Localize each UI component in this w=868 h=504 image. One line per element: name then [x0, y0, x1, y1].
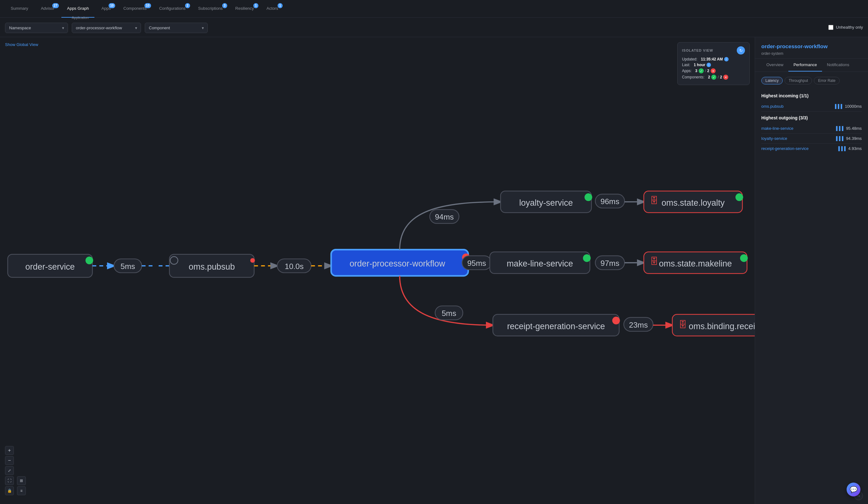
advisor-badge: 27 — [52, 3, 59, 8]
tab-advisor[interactable]: Advisor 27 — [35, 0, 60, 18]
outgoing-link-1[interactable]: loyalty-service — [761, 136, 787, 141]
oms-pubsub-label: oms.pubsub — [189, 262, 235, 272]
unhealthy-checkbox[interactable] — [828, 25, 833, 30]
order-service-label: order-service — [25, 262, 75, 272]
outgoing-row-1: loyalty-service ▌▌▌ 94.39ms — [761, 133, 862, 144]
incoming-title: Highest incoming (1/1) — [761, 93, 862, 98]
tab-resiliency[interactable]: Resiliency 1 — [230, 0, 260, 18]
edge-to-loyalty — [400, 202, 501, 250]
panel-tabs: Overview Performance Notifications — [755, 59, 868, 72]
tab-components[interactable]: Components 10 — [118, 0, 152, 18]
apps-err-icon: ✕ — [711, 68, 716, 73]
namespace-select[interactable]: Namespace — [5, 23, 68, 33]
state-makeline-dot — [740, 254, 748, 262]
tab-notifications[interactable]: Notifications — [822, 59, 855, 71]
receipt-label: receipt-generation-service — [507, 322, 605, 331]
last-row: Last: 1 hour i — [682, 63, 745, 67]
make-line-label: make-line-service — [507, 259, 573, 269]
updated-info-icon[interactable]: i — [724, 57, 728, 61]
makeline-icon: 🗄 — [650, 257, 658, 266]
lat1-text: 5ms — [121, 262, 135, 271]
graph-area[interactable]: Show Global View ISOLATED VIEW ↻ Updated… — [0, 37, 755, 504]
bar-icon-1: ▌▌▌ — [836, 126, 845, 131]
tab-performance[interactable]: Performance — [788, 59, 822, 71]
makeline-dot — [583, 254, 590, 262]
oms-state-makeline-label: oms.state.makeline — [659, 259, 732, 269]
bar-icon-3: ▌▌▌ — [838, 146, 847, 151]
resiliency-badge: 1 — [254, 3, 258, 8]
incoming-link-0[interactable]: oms.pubsub — [761, 104, 784, 109]
namespace-filter-group: Namespace ▼ — [5, 21, 68, 33]
isolated-view-title: ISOLATED VIEW — [682, 49, 713, 52]
last-info-icon[interactable]: i — [706, 63, 711, 67]
tab-overview[interactable]: Overview — [761, 59, 788, 71]
unhealthy-only-toggle[interactable]: Unhealthy only — [828, 25, 863, 30]
lat4-text: 96ms — [600, 197, 619, 206]
pill-latency[interactable]: Latency — [761, 77, 783, 84]
tab-configurations[interactable]: Configurations 2 — [154, 0, 192, 18]
outgoing-value-2: ▌▌▌ 4.93ms — [838, 146, 862, 151]
state-loyalty-dot — [735, 193, 743, 201]
app-title-link[interactable]: order-processor-workflow — [761, 43, 862, 50]
apps-ok-icon: ✓ — [699, 68, 704, 73]
tab-apps[interactable]: Apps 10 — [96, 0, 116, 18]
tab-summary[interactable]: Summary — [5, 0, 34, 18]
pill-error-rate[interactable]: Error Rate — [814, 77, 839, 84]
component-select-wrapper: Component ▼ — [145, 23, 208, 33]
layers-button[interactable]: ≡ — [17, 486, 26, 495]
apps-badge: 10 — [108, 3, 115, 8]
oms-state-loyalty-label: oms.state.loyalty — [662, 198, 725, 208]
zoom-out-button[interactable]: − — [5, 456, 14, 465]
tab-apps-graph[interactable]: Apps Graph — [61, 0, 94, 18]
filters-bar: Namespace ▼ Application order-processor-… — [0, 18, 868, 37]
application-select[interactable]: order-processor-workflow — [72, 23, 141, 33]
bar-icon-2: ▌▌▌ — [836, 136, 845, 141]
graph-svg[interactable]: order-service 5ms oms.pubsub — [0, 37, 755, 504]
show-global-view-btn[interactable]: Show Global View — [5, 42, 38, 47]
loyalty-icon: 🗄 — [650, 196, 658, 205]
order-processor-label: order-processor-workflow — [350, 259, 445, 269]
application-filter-label: Application — [72, 16, 89, 20]
updated-row: Updated: 11:35:42 AM i — [682, 57, 745, 61]
fit-view-button[interactable]: ⤢ — [5, 466, 14, 475]
pubsub-status-dot — [250, 258, 255, 263]
components-err-icon: ✕ — [723, 75, 728, 80]
outgoing-row-0: make-line-service ▌▌▌ 95.48ms — [761, 123, 862, 133]
apps-row: Apps: 3 ✓ / 2 ✕ — [682, 68, 745, 73]
panel-header: order-processor-workflow order-system — [755, 37, 868, 59]
tab-actors[interactable]: Actors 1 — [261, 0, 284, 18]
incoming-row-0: oms.pubsub ▌▌▌ 10000ms — [761, 101, 862, 111]
lock-button[interactable]: 🔒 — [5, 486, 14, 495]
outgoing-row-2: receipt-generation-service ▌▌▌ 4.93ms — [761, 144, 862, 153]
subscriptions-badge: 3 — [222, 3, 227, 8]
components-badge: 10 — [144, 3, 151, 8]
components-row: Components: 2 ✓ / 2 ✕ — [682, 75, 745, 80]
zoom-controls: + − ⤢ ⛶ 🔒 — [5, 446, 14, 495]
outgoing-link-0[interactable]: make-line-service — [761, 126, 793, 131]
pill-throughput[interactable]: Throughput — [785, 77, 812, 84]
extra-controls: ⊞ ≡ — [17, 476, 26, 495]
metrics-section: Highest incoming (1/1) oms.pubsub ▌▌▌ 10… — [755, 87, 868, 156]
graph-svg-container[interactable]: order-service 5ms oms.pubsub — [0, 37, 755, 504]
chat-button[interactable]: 💬 — [847, 483, 860, 496]
outgoing-value-0: ▌▌▌ 95.48ms — [836, 126, 862, 131]
lat8-text: 23ms — [629, 321, 648, 329]
fullscreen-button[interactable]: ⛶ — [5, 476, 14, 485]
main-content: Show Global View ISOLATED VIEW ↻ Updated… — [0, 37, 868, 504]
incoming-value-0: ▌▌▌ 10000ms — [835, 104, 862, 109]
isolated-view-panel: ISOLATED VIEW ↻ Updated: 11:35:42 AM i L… — [677, 42, 750, 85]
outgoing-value-1: ▌▌▌ 94.39ms — [836, 136, 862, 141]
unhealthy-label: Unhealthy only — [836, 25, 863, 30]
bar-icon-0: ▌▌▌ — [835, 104, 844, 109]
refresh-button[interactable]: ↻ — [737, 46, 745, 54]
outgoing-link-2[interactable]: receipt-generation-service — [761, 146, 808, 151]
loyalty-service-label: loyalty-service — [519, 198, 573, 208]
expand-button[interactable]: ⊞ — [17, 476, 26, 485]
lat5-text: 94ms — [435, 213, 454, 221]
outgoing-title: Highest outgoing (3/3) — [761, 115, 862, 120]
zoom-in-button[interactable]: + — [5, 446, 14, 455]
tab-subscriptions[interactable]: Subscriptions 3 — [193, 0, 228, 18]
component-select[interactable]: Component — [145, 23, 208, 33]
application-select-wrapper: order-processor-workflow ▼ — [72, 23, 141, 33]
order-service-dot — [86, 257, 93, 264]
